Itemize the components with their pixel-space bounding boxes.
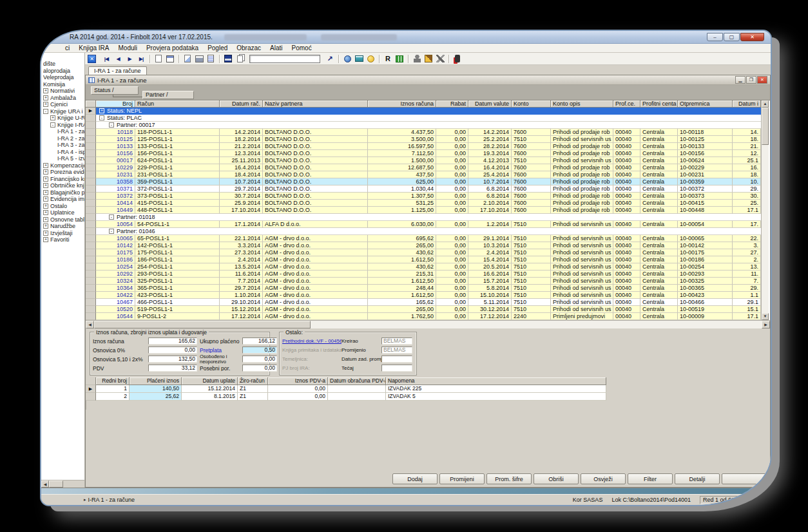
next-record-icon[interactable] (124, 54, 135, 64)
payment-row[interactable]: ▶1140,5015.12.2014Z10,00IZVADAK 225 (86, 385, 606, 393)
sidebar-item[interactable]: dište (41, 61, 84, 68)
osvje-i-button[interactable]: Osvježi (581, 473, 626, 484)
expand-icon[interactable]: + (43, 231, 48, 236)
sidebar-item[interactable]: -Knjige URA i IRA (41, 108, 84, 115)
sidebar-item[interactable]: +Normativi (41, 88, 84, 95)
sidebar-item[interactable]: Veleprodaja (41, 74, 84, 81)
first-record-icon[interactable] (101, 54, 111, 64)
payments-column-header-4[interactable]: Iznos PDV-a (268, 377, 328, 385)
table-row[interactable]: 10125125-POSL1-118.2.2014BOLTANO D.O.O.3… (86, 136, 761, 143)
sidebar-item[interactable]: +Favoriti (41, 236, 84, 243)
expand-icon[interactable]: + (43, 217, 48, 222)
table-row[interactable]: 10229229-POSL1-116.4.2014BOLTANO D.O.O.1… (86, 164, 761, 171)
menu-item-1[interactable]: Knjiga IRA (74, 44, 113, 52)
filter-button[interactable]: Filter (628, 473, 673, 484)
group-by-status[interactable]: Status / (91, 86, 139, 95)
table-row[interactable]: 10371372-POSL1-129.7.2014BOLTANO D.O.O.1… (86, 185, 761, 193)
grid-column-header-4[interactable]: Iznos računa (368, 100, 436, 108)
scroll-down-button[interactable]: ▼ (762, 313, 769, 320)
mdi-minimize-button[interactable]: ▁ (735, 76, 745, 84)
user-icon[interactable] (412, 54, 422, 64)
grid-column-header-8[interactable]: Konto opis (551, 100, 613, 108)
table-row[interactable]: 10186186-POSL1-12.4.2014AGM - drvo d.o.o… (86, 256, 761, 263)
table-row[interactable]: 1006565-POSL1-122.1.2014AGM - drvo d.o.o… (86, 235, 761, 242)
collapse-icon[interactable]: - (43, 109, 48, 114)
expand-icon[interactable]: + (43, 88, 48, 93)
detalji-button[interactable]: Detalji (675, 473, 720, 484)
horizontal-scroll-thumb[interactable] (94, 321, 311, 328)
tab-ira1[interactable]: I-RA 1 - za račune (88, 66, 147, 75)
group-row[interactable]: -Status: PLAC (86, 115, 761, 122)
mdi-restore-button[interactable]: ❐ (746, 76, 756, 84)
table-row[interactable]: 10467466-POSL1-129.10.2014AGM - drvo d.o… (86, 299, 761, 306)
payment-row[interactable]: 225,628.1.2015Z10,00IZVADAK 5 (86, 393, 606, 401)
expand-icon[interactable]: + (43, 210, 48, 215)
group-by-partner[interactable]: Partner / (142, 91, 194, 99)
sidebar-item[interactable]: -Knjige I-RA (41, 122, 84, 129)
previous-doc-link[interactable]: Prethodni dok.:VF - 00456 (282, 338, 341, 344)
sidebar-item[interactable]: +Cjenici (41, 101, 84, 108)
table-row[interactable]: 10422423-POSL1-11.10.2014AGM - drvo d.o.… (86, 292, 761, 299)
sidebar-item[interactable]: +Ambalaža (41, 95, 84, 102)
expand-icon[interactable]: + (43, 190, 48, 195)
menu-item-3[interactable]: Provjera podataka (142, 44, 203, 52)
sidebar-scroll-left-button[interactable]: ◀ (41, 480, 49, 488)
grid-column-header-10[interactable]: Profitni centa (640, 100, 678, 108)
minimize-button[interactable]: – (707, 33, 723, 41)
table-row[interactable]: 10254254-POSL1-113.5.2014AGM - drvo d.o.… (86, 263, 761, 271)
sidebar-item[interactable]: aloprodaja (41, 68, 84, 75)
grid-column-header-1[interactable]: Račun (135, 100, 220, 108)
payments-column-header-2[interactable]: Datum uplate (182, 377, 238, 385)
grid-column-header-12[interactable]: Datum i (733, 100, 761, 108)
sidebar-item[interactable]: +Uplatnice (41, 209, 84, 216)
table-row[interactable]: 1005454-POSL1-117.1.2014ALFA D d.o.o.6.0… (86, 221, 761, 228)
table-row[interactable]: 10231231-POSL1-118.4.2014BOLTANO D.O.O.4… (86, 171, 761, 178)
r-icon[interactable] (383, 54, 393, 64)
payments-column-header-5[interactable]: Datum obračuna PDV-a (328, 377, 386, 385)
grid-column-header-0[interactable]: Broj (96, 100, 135, 108)
save-icon[interactable] (223, 54, 233, 64)
sidebar-item[interactable]: +Ostalo (41, 203, 84, 210)
table-row[interactable]: 00017624-POSL1-125.11.2013BOLTANO D.O.O.… (86, 157, 761, 164)
sidebar-item[interactable]: Komisija (41, 81, 84, 88)
report-icon[interactable] (206, 54, 216, 64)
exit-icon[interactable] (452, 54, 463, 64)
dodaj-button[interactable]: Dodaj (392, 473, 438, 484)
menu-item-2[interactable]: Moduli (113, 44, 141, 52)
expand-icon[interactable]: + (99, 108, 104, 113)
grid-column-header-9[interactable]: Prof.ce. (613, 100, 640, 108)
print-icon[interactable] (194, 54, 204, 64)
sidebar-item[interactable]: I-RA 1 - za r (41, 128, 84, 135)
expand-icon[interactable]: + (43, 95, 48, 100)
sidebar-item[interactable]: +Porezna evidencija (41, 169, 84, 176)
table-row[interactable]: 10156156-POSL1-112.3.2014BOLTANO D.O.O.7… (86, 150, 761, 157)
expand-icon[interactable]: + (43, 223, 48, 229)
expand-icon[interactable]: + (43, 163, 48, 168)
menu-item-5[interactable]: Obrazac (232, 44, 265, 52)
sidebar-item[interactable]: I-RA 5 - izv (41, 155, 84, 162)
tools-icon[interactable] (435, 54, 445, 64)
vertical-scroll-track[interactable] (762, 145, 769, 313)
collapse-icon[interactable]: - (109, 214, 114, 220)
payments-column-header-6[interactable]: Napomena (386, 377, 606, 385)
table-row[interactable]: 10414415-POSL1-125.9.2014BOLTANO D.O.O.5… (86, 200, 761, 207)
table-row[interactable]: 10133133-POSL1-121.2.2014BOLTANO D.O.O.1… (86, 143, 761, 150)
prev-record-icon[interactable] (113, 54, 123, 64)
close-button[interactable]: ✕ (740, 33, 764, 41)
sidebar-item[interactable]: +Izvještaji (41, 230, 84, 237)
sidebar-item[interactable]: +Obrtničke knjige (41, 182, 84, 189)
table-row[interactable]: 10142142-POSL1-13.3.2014AGM - drvo d.o.o… (86, 242, 761, 249)
grid-column-header-7[interactable]: Konto (512, 100, 551, 108)
globe-icon[interactable] (342, 54, 352, 64)
preview-icon[interactable] (182, 54, 193, 64)
scroll-right-button[interactable]: ▶ (762, 321, 770, 328)
group-row[interactable]: ▶+Status: NEPL (86, 108, 761, 115)
toolbar-search-input[interactable] (249, 55, 320, 63)
sidebar-item[interactable]: +Blagajničko poslo (41, 189, 84, 196)
payments-column-header-0[interactable]: Redni broj (96, 377, 130, 385)
pointer-icon[interactable] (325, 54, 335, 64)
table-row[interactable]: 10449448-POSL1-117.10.2014BOLTANO D.O.O.… (86, 207, 761, 214)
grid-column-header-6[interactable]: Datum valute (468, 100, 512, 108)
sidebar-item[interactable]: +Financijsko knjigo (41, 176, 84, 183)
sidebar-scroll-thumb[interactable] (49, 480, 63, 488)
